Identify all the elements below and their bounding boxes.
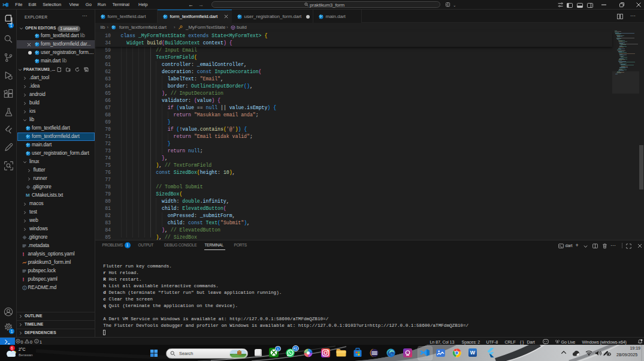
svg-text:W: W bbox=[470, 350, 476, 356]
